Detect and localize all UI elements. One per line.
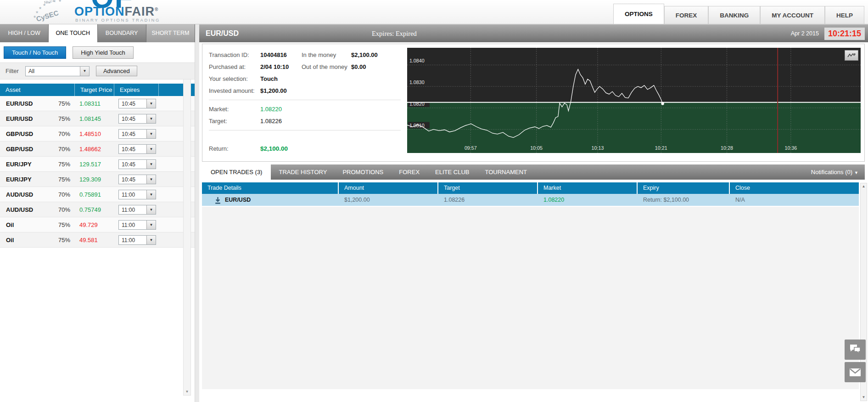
filter-select[interactable]: All ▼ [25, 66, 90, 76]
asset-expiry-cell: 10:45▼ [114, 175, 159, 184]
chart-xlabel: 09:57 [465, 145, 477, 151]
scroll-down-arrow-icon[interactable]: ▼ [184, 388, 190, 395]
bottom-tab-tournament[interactable]: TOURNAMENT [477, 164, 535, 180]
asset-payout: 70% [58, 191, 70, 198]
in-money-label: In the money [302, 51, 351, 58]
sidebar-scrollbar[interactable]: ▼ [183, 79, 191, 396]
market-value: 1.08220 [260, 106, 302, 113]
top-tab-options[interactable]: OPTIONS [613, 4, 664, 24]
bottom-tab-open-trades-3[interactable]: OPEN TRADES (3) [202, 164, 271, 180]
asset-target-price: 1.08145 [79, 115, 101, 122]
expiry-select[interactable]: 11:00▼ [118, 220, 156, 230]
expiry-select-value: 10:45 [119, 160, 146, 169]
expiry-select[interactable]: 10:45▼ [118, 99, 156, 108]
chevron-down-icon[interactable]: ▼ [146, 236, 156, 244]
top-tab-my-account[interactable]: MY ACCOUNT [760, 6, 825, 24]
market-label: Market: [209, 106, 260, 113]
instrument-symbol: EUR/USD [206, 29, 239, 38]
scroll-up-arrow-icon[interactable]: ▲ [861, 183, 867, 190]
asset-expiry-cell: 10:45▼ [114, 159, 159, 169]
envelope-icon [849, 368, 862, 377]
asset-name: EUR/JPY [6, 161, 32, 168]
floating-buttons [845, 340, 866, 385]
logo-word-fair: FAIR [125, 5, 155, 18]
live-chat-button[interactable] [845, 340, 866, 360]
asset-target-price: 1.48510 [79, 130, 101, 137]
asset-target-price: 0.75891 [79, 191, 101, 198]
asset-payout: 75% [58, 100, 70, 107]
trades-empty-area [202, 207, 859, 389]
asset-target-price: 1.48662 [79, 146, 101, 153]
chevron-down-icon[interactable]: ▼ [146, 205, 156, 214]
asset-target-price-cell: 0.75891 [75, 191, 114, 198]
asset-expiry-cell: 11:00▼ [114, 235, 159, 245]
expiry-select[interactable]: 11:00▼ [118, 190, 156, 199]
expiry-select[interactable]: 10:45▼ [118, 159, 156, 169]
chevron-down-icon[interactable]: ▼ [146, 130, 156, 138]
chevron-down-icon[interactable]: ▼ [146, 99, 156, 108]
asset-target-price-cell: 1.08145 [75, 115, 114, 122]
main-area: Transaction ID: 10404816 In the money $2… [199, 42, 868, 402]
asset-payout: 75% [58, 115, 70, 122]
option-type-tab-boundary[interactable]: BOUNDARY [98, 24, 146, 42]
chevron-down-icon[interactable]: ▼ [80, 67, 89, 76]
scroll-down-arrow-icon[interactable]: ▼ [861, 394, 867, 401]
filter-select-value: All [26, 67, 80, 76]
bottom-tab-forex[interactable]: FOREX [391, 164, 427, 180]
chevron-down-icon[interactable]: ▼ [146, 175, 156, 184]
bottom-tab-promotions[interactable]: PROMOTIONS [335, 164, 391, 180]
asset-name-cell: GBP/USD70% [0, 146, 75, 153]
chevron-down-icon[interactable]: ▼ [146, 221, 156, 229]
top-tab-banking[interactable]: BANKING [708, 6, 760, 24]
content-gap [195, 42, 199, 402]
chevron-down-icon[interactable]: ▼ [146, 145, 156, 153]
chat-icon [849, 344, 862, 356]
logo-subtitle: BINARY OPTIONS TRADING [75, 17, 160, 23]
asset-payout: 75% [58, 161, 70, 168]
asset-row: AUD/USD70%0.7574911:00▼ [0, 202, 195, 217]
asset-expiry-cell: 10:45▼ [114, 129, 159, 139]
chart-ylabel: 1.0820 [409, 101, 425, 107]
option-type-tab-short-term[interactable]: SHORT TERM [146, 24, 195, 42]
asset-row: GBP/USD70%1.4866210:45▼ [0, 142, 195, 157]
expiry-select[interactable]: 11:00▼ [118, 235, 156, 245]
trade-asset: EUR/USD [225, 197, 251, 203]
asset-target-price-cell: 129.517 [75, 161, 114, 168]
asset-expiry-cell: 11:00▼ [114, 190, 159, 199]
notifications-dropdown[interactable]: Notifications (0)▼ [811, 164, 865, 180]
price-chart: 1.08401.08301.08201.081009:5710:0510:131… [407, 48, 861, 153]
asset-name-cell: EUR/USD75% [0, 100, 75, 107]
instrument-header-bar: EUR/USD Expires: Expired Apr 2 2015 10:2… [199, 24, 868, 42]
top-nav-tabs: OPTIONSFOREXBANKINGMY ACCOUNTHELP [613, 4, 864, 24]
trade-row[interactable]: EUR/USD$1,200.001.082261.08220Return: $2… [202, 194, 859, 207]
contact-email-button[interactable] [845, 362, 866, 382]
chevron-down-icon[interactable]: ▼ [146, 190, 156, 199]
option-type-tab-high-low[interactable]: HIGH / LOW [0, 24, 49, 42]
return-value: $2,100.00 [260, 145, 288, 152]
option-type-tab-one-touch[interactable]: ONE TOUCH [49, 24, 97, 42]
download-icon[interactable] [214, 197, 224, 204]
bottom-tab-trade-history[interactable]: TRADE HISTORY [271, 164, 335, 180]
expiry-select[interactable]: 10:45▼ [118, 175, 156, 184]
trades-header-trade-details: Trade Details [202, 182, 339, 194]
selection-label: Your selection: [209, 75, 260, 82]
mode-button-touch-no-touch[interactable]: Touch / No Touch [4, 46, 66, 59]
chart-xlabel: 10:13 [592, 145, 604, 151]
expiry-select[interactable]: 10:45▼ [118, 144, 156, 154]
top-tab-forex[interactable]: FOREX [664, 6, 709, 24]
mode-button-high-yield-touch[interactable]: High Yield Touch [73, 46, 134, 59]
chart-type-button[interactable] [845, 50, 858, 61]
asset-payout: 75% [58, 237, 70, 243]
chevron-down-icon: ▼ [854, 170, 858, 175]
chevron-down-icon[interactable]: ▼ [146, 160, 156, 169]
advanced-button[interactable]: Advanced [96, 66, 137, 76]
chevron-down-icon[interactable]: ▼ [146, 114, 156, 123]
asset-target-price-cell: 1.48662 [75, 146, 114, 153]
logo-registered-mark: ® [155, 7, 158, 12]
bottom-tab-elite-club[interactable]: ELITE CLUB [427, 164, 477, 180]
expiry-select[interactable]: 10:45▼ [118, 114, 156, 124]
expiry-select[interactable]: 11:00▼ [118, 205, 156, 215]
asset-target-price: 129.309 [79, 176, 101, 183]
expiry-select[interactable]: 10:45▼ [118, 129, 156, 139]
top-tab-help[interactable]: HELP [825, 6, 864, 24]
